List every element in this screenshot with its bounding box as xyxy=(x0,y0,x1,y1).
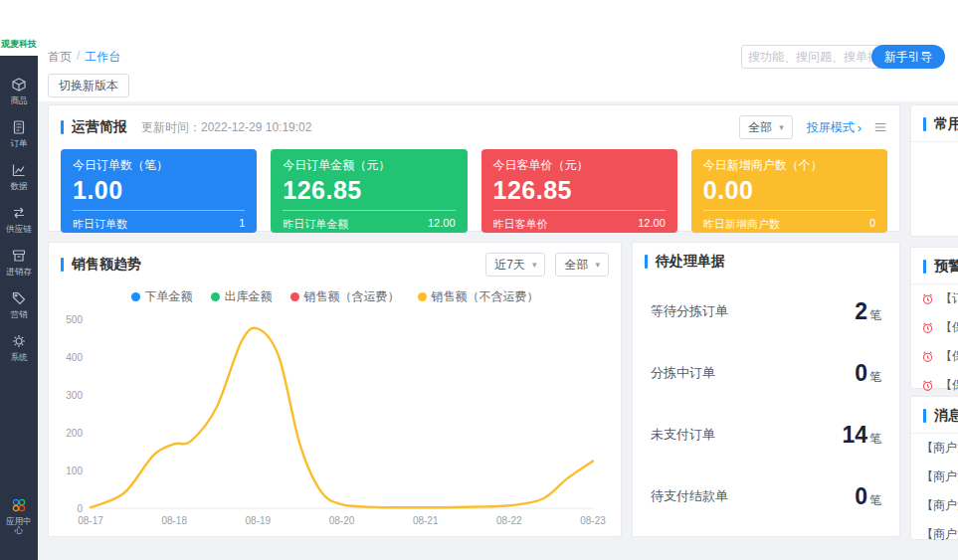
notice-text: 【商户注册】 xyxy=(921,440,958,457)
brand-logo: 观麦科技 xyxy=(0,0,38,56)
warning-text: 【保质期】 xyxy=(940,348,958,365)
pending-row-unpaid[interactable]: 未支付订单 14笔 xyxy=(651,404,881,466)
warning-row[interactable]: 【订单】 xyxy=(911,284,958,313)
pending-row-value: 14笔 xyxy=(842,422,881,449)
title-accent-bar xyxy=(61,120,64,134)
stat-sub-label: 昨日客单价 xyxy=(493,217,548,232)
common-functions-title: 常用功能 xyxy=(934,115,958,133)
warning-row[interactable]: 【保质期】 xyxy=(911,313,958,342)
legend-label: 下单金额 xyxy=(145,288,193,305)
chart-legend: 下单金额 出库金额 销售额（含运费） 销售额（不含运费） xyxy=(49,284,621,305)
inventory-archive-icon xyxy=(11,248,27,264)
svg-text:08-18: 08-18 xyxy=(161,515,187,526)
supply-chain-arrows-icon xyxy=(11,205,27,221)
pending-row-label: 待支付结款单 xyxy=(651,487,728,505)
sidebar-item-inventory[interactable]: 进销存 xyxy=(0,241,38,283)
stat-value: 126.85 xyxy=(493,176,666,205)
sidebar-item-data[interactable]: 数据 xyxy=(0,155,38,198)
stat-card-today-avg-order: 今日客单价（元） 126.85 昨日客单价 12.00 xyxy=(481,149,677,233)
sidebar-item-supply-chain[interactable]: 供应链 xyxy=(0,198,38,241)
pending-row-unit: 笔 xyxy=(869,370,881,384)
cast-mode-label: 投屏模式 xyxy=(807,119,855,136)
stat-card-today-new-merchants: 今日新增商户数（个） 0.00 昨日新增商户数 0 xyxy=(691,149,887,233)
pending-title: 待处理单据 xyxy=(656,253,725,271)
sidebar-item-system[interactable]: 系统 xyxy=(0,326,38,369)
sidebar-item-label: 应用中心 xyxy=(4,516,35,535)
pending-row-unit: 笔 xyxy=(869,308,881,322)
warning-text: 【保质期】 xyxy=(940,377,958,394)
stat-sub-label: 昨日订单数 xyxy=(73,217,127,232)
beginner-guide-button[interactable]: 新手引导 xyxy=(871,45,945,69)
brief-scope-value: 全部 xyxy=(748,119,772,136)
message-notice-card: 消息通知 【商户注册】 【商户注册】 【商户注册】 【商户注册】 xyxy=(910,396,958,540)
stat-divider xyxy=(703,210,875,211)
legend-dot xyxy=(290,292,299,301)
warning-info-header: 预警信息 xyxy=(911,248,958,284)
pending-row-waiting-sorting[interactable]: 等待分拣订单 2笔 xyxy=(651,280,881,342)
notice-row[interactable]: 【商户注册】 xyxy=(911,491,958,520)
svg-text:0: 0 xyxy=(77,503,83,514)
sidebar-item-products[interactable]: 商品 xyxy=(0,70,38,112)
svg-text:400: 400 xyxy=(66,352,83,363)
notice-row[interactable]: 【商户注册】 xyxy=(911,520,958,549)
stat-title: 今日订单数（笔） xyxy=(73,157,245,174)
search-input[interactable] xyxy=(748,50,875,64)
sidebar-item-label: 营销 xyxy=(4,309,35,318)
sidebar-item-orders[interactable]: 订单 xyxy=(0,112,38,155)
notice-row[interactable]: 【商户注册】 xyxy=(911,463,958,491)
sidebar-item-label: 数据 xyxy=(4,181,35,190)
alarm-clock-icon xyxy=(921,292,934,305)
cast-mode-button[interactable]: 投屏模式 › xyxy=(807,119,862,136)
svg-text:08-22: 08-22 xyxy=(496,515,522,526)
sidebar-item-label: 进销存 xyxy=(4,267,35,276)
stat-card-today-orders: 今日订单数（笔） 1.00 昨日订单数 1 xyxy=(61,149,257,233)
svg-text:100: 100 xyxy=(66,466,83,476)
stat-title: 今日订单金额（元） xyxy=(283,157,455,174)
warning-row[interactable]: 【保质期】 xyxy=(911,342,958,371)
brief-scope-select[interactable]: 全部 ▾ xyxy=(739,115,793,139)
gear-icon xyxy=(11,333,27,349)
title-accent-bar xyxy=(923,260,926,274)
legend-item-sales-without-freight[interactable]: 销售额（不含运费） xyxy=(418,288,539,305)
trend-range-value: 近7天 xyxy=(494,257,525,274)
title-accent-bar xyxy=(923,409,926,423)
stat-value: 126.85 xyxy=(283,176,455,205)
warning-text: 【订单】 xyxy=(940,290,958,307)
svg-text:500: 500 xyxy=(66,314,83,325)
pending-row-label: 未支付订单 xyxy=(651,426,715,444)
svg-text:08-17: 08-17 xyxy=(78,515,103,526)
legend-item-order-amount[interactable]: 下单金额 xyxy=(131,288,193,305)
stat-sub-label: 昨日新增商户数 xyxy=(703,217,780,232)
sidebar-item-label: 商品 xyxy=(4,95,35,104)
pending-row-value: 0笔 xyxy=(855,483,881,510)
legend-item-outbound-amount[interactable]: 出库金额 xyxy=(211,288,273,305)
stat-sub-value: 0 xyxy=(869,217,875,232)
sidebar-item-app-center[interactable]: 应用中心 xyxy=(0,490,38,544)
sidebar-item-label: 系统 xyxy=(4,352,35,361)
sidebar-menu: 商品 订单 数据 供应链 进销存 xyxy=(0,70,38,369)
stat-card-row: 今日订单数（笔） 1.00 昨日订单数 1 今日订单金额（元） 126.85 昨… xyxy=(49,147,899,245)
switch-version-button[interactable]: 切换新版本 xyxy=(48,74,129,97)
panel-settings-icon[interactable] xyxy=(873,120,887,134)
svg-text:08-23: 08-23 xyxy=(580,515,606,526)
svg-text:300: 300 xyxy=(66,390,83,401)
trend-scope-select[interactable]: 全部 ▾ xyxy=(555,253,609,277)
pending-row-sorting[interactable]: 分拣中订单 0笔 xyxy=(651,342,881,404)
stat-title: 今日新增商户数（个） xyxy=(703,157,875,174)
legend-item-sales-with-freight[interactable]: 销售额（含运费） xyxy=(290,288,400,305)
chevron-right-icon: › xyxy=(858,121,862,134)
title-accent-bar xyxy=(61,258,64,272)
alarm-clock-icon xyxy=(921,379,934,392)
breadcrumb-home-link[interactable]: 首页 xyxy=(48,49,72,66)
warning-info-card: 预警信息 【订单】 【保质期】 【保质期】 【保质期】 xyxy=(910,247,958,389)
sidebar-item-marketing[interactable]: 营销 xyxy=(0,283,38,326)
notice-row[interactable]: 【商户注册】 xyxy=(911,434,958,463)
trend-range-select[interactable]: 近7天 ▾ xyxy=(485,253,545,277)
data-chart-icon xyxy=(11,162,27,178)
caret-down-icon: ▾ xyxy=(532,260,537,270)
pending-row-settlement[interactable]: 待支付结款单 0笔 xyxy=(651,466,881,527)
legend-dot xyxy=(131,292,140,301)
svg-text:08-20: 08-20 xyxy=(329,515,355,526)
product-box-icon xyxy=(11,77,27,93)
message-notice-title: 消息通知 xyxy=(934,407,958,425)
